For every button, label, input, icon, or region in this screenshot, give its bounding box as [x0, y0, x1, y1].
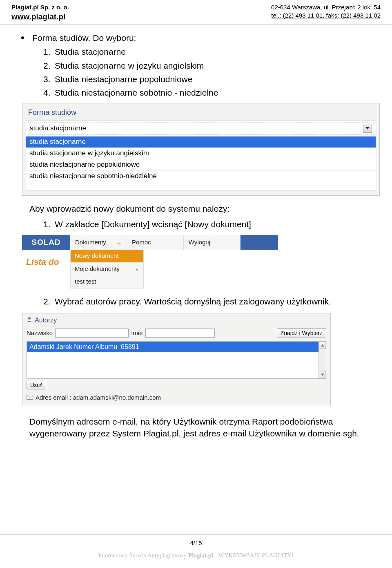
scroll-up-icon[interactable]	[319, 342, 326, 349]
screenshot-authors-panel: Autorzy Nazwisko Imię Znajdź i Wybierz A…	[22, 313, 331, 405]
nav-spacer	[241, 235, 278, 250]
authors-heading-text: Autorzy	[35, 316, 57, 325]
chevron-down-icon[interactable]	[363, 124, 372, 133]
app-logo: SOLAD	[22, 235, 70, 250]
company-phone: tel.: (22) 493 11 01, faks: (22) 493 11 …	[271, 11, 381, 20]
footer-tagline: Internetowy Serwis Antyplagiatowy Plagia…	[0, 551, 392, 559]
scroll-down-icon[interactable]	[319, 371, 326, 378]
screenshot-nav-menu: SOLAD Dokumenty ⌄ Pomoc Wyloguj Lista do…	[22, 235, 278, 288]
authors-listbox[interactable]: Adamski Jarek Numer Albumu :65891	[27, 341, 326, 379]
menu-item-label: test test	[75, 277, 96, 286]
list-item: 1.Studia stacjonarne	[43, 46, 371, 58]
step-label: Wybrać autorów pracy. Wartością domyślną…	[55, 297, 331, 306]
website-url: www.plagiat.pl	[11, 11, 69, 22]
dropdown-menu: Nowy dokument Moje dokumenty ⌄ test test	[70, 250, 144, 288]
menu-item-test[interactable]: test test	[71, 275, 143, 288]
list-item: 2.Studia stacjonarne w języku angielskim	[43, 60, 371, 72]
svg-point-0	[28, 317, 31, 320]
bullet-icon	[21, 36, 24, 39]
bullet-heading-row: Forma studiów. Do wyboru:	[29, 32, 371, 44]
menu-item-label: Nowy dokument	[75, 252, 119, 260]
page-header: Plagiat.pl Sp. z o. o. www.plagiat.pl 02…	[0, 0, 392, 25]
person-icon	[27, 316, 32, 325]
nav-item-label: Wyloguj	[189, 238, 210, 246]
nazwisko-input[interactable]	[55, 329, 129, 338]
side-heading: Lista do	[22, 250, 70, 288]
dropdown-option[interactable]: studia stacjonarne w języku angielskim	[26, 148, 376, 159]
authors-heading: Autorzy	[22, 313, 330, 326]
delete-button[interactable]: Usuń	[27, 381, 46, 389]
chevron-down-icon: ⌄	[135, 266, 139, 272]
step-label: W zakładce [Dokumenty] wcisnąć [Nowy dok…	[55, 219, 251, 229]
email-row: Adres email : adam.adamski@no.domain.com	[22, 392, 330, 405]
closing-paragraph: Domyślnym adresem e-mail, na który Użytk…	[29, 416, 371, 439]
dropdown-selected[interactable]: studia stacjonarne	[28, 123, 374, 134]
intro-paragraph: Aby wprowadzić nowy dokument do systemu …	[29, 203, 371, 215]
selected-author[interactable]: Adamski Jarek Numer Albumu :65891	[27, 342, 326, 352]
dropdown-option[interactable]: studia niestacjonarne popołudniowe	[26, 159, 376, 170]
bullet-heading: Forma studiów. Do wyboru:	[32, 32, 136, 44]
dropdown-selected-text: studia stacjonarne	[30, 124, 86, 133]
menu-item-moje-dokumenty[interactable]: Moje dokumenty ⌄	[71, 263, 143, 275]
nav-item-dokumenty[interactable]: Dokumenty ⌄	[70, 235, 127, 250]
screenshot-form-dropdown: Forma studiów studia stacjonarne studia …	[22, 103, 380, 196]
dropdown-option[interactable]: studia niestacjonarne sobotnio-niedzieln…	[26, 170, 376, 182]
mail-icon	[27, 394, 33, 402]
label-imie: Imię	[131, 329, 143, 337]
scrollbar[interactable]	[318, 342, 326, 378]
list-item-label: Studia stacjonarne w języku angielskim	[55, 61, 204, 70]
step-item: 2.Wybrać autorów pracy. Wartością domyśl…	[43, 296, 371, 307]
list-item: 4.Studia niestacjonarne sobotnio - niedz…	[43, 87, 371, 98]
list-item-label: Studia stacjonarne	[55, 47, 126, 56]
email-text: Adres email : adam.adamski@no.domain.com	[36, 394, 161, 402]
imie-input[interactable]	[145, 329, 215, 338]
page-footer: 4/15 Internetowy Serwis Antyplagiatowy P…	[0, 534, 392, 560]
menu-item-nowy-dokument[interactable]: Nowy dokument	[71, 250, 143, 262]
nav-item-pomoc[interactable]: Pomoc	[127, 235, 184, 250]
dropdown-option[interactable]: studia stacjonarne	[26, 136, 376, 148]
company-address: 02-634 Warszawa, ul. Przejazd 2 lok. 54	[271, 3, 381, 11]
nav-item-label: Dokumenty	[75, 238, 106, 246]
form-options-list: 1.Studia stacjonarne 2.Studia stacjonarn…	[29, 46, 371, 98]
dropdown-title: Forma studiów	[22, 103, 379, 120]
nav-item-wyloguj[interactable]: Wyloguj	[184, 235, 241, 250]
label-nazwisko: Nazwisko	[27, 329, 53, 337]
page-number: 4/15	[0, 539, 392, 547]
chevron-down-icon: ⌄	[117, 239, 122, 246]
list-item-label: Studia niestacjonarne popołudniowe	[55, 74, 192, 84]
company-name: Plagiat.pl Sp. z o. o.	[11, 3, 69, 11]
list-item: 3.Studia niestacjonarne popołudniowe	[43, 74, 371, 85]
list-item-label: Studia niestacjonarne sobotnio - niedzie…	[55, 88, 218, 97]
step-item: 1.W zakładce [Dokumenty] wcisnąć [Nowy d…	[43, 219, 371, 230]
menu-item-label: Moje dokumenty	[75, 265, 120, 273]
find-select-button[interactable]: Znajdź i Wybierz	[277, 328, 326, 338]
nav-item-label: Pomoc	[132, 238, 151, 246]
